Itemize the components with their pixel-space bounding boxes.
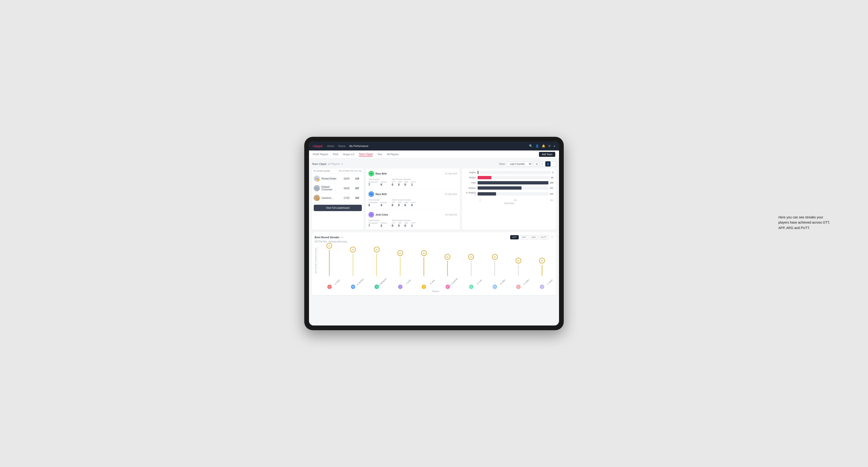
subnav-all-players[interactable]: All Players: [387, 153, 399, 156]
nav-home[interactable]: Home: [327, 145, 334, 148]
subnav-hcaps[interactable]: Hcaps 1-5: [343, 153, 354, 156]
rounds-label: Total Rounds: [368, 199, 387, 201]
streak-column: 3x R. Butler: [507, 243, 530, 276]
table-row[interactable]: RB 1 Richard Butler 19/20 110: [312, 174, 364, 184]
avatar-icon[interactable]: ●: [554, 144, 555, 148]
streak-column: 5x J. Coles: [389, 243, 412, 276]
rounds-group: Total Rounds Tournament 7 Practice 6: [368, 178, 387, 186]
streak-bubble: 3x: [516, 258, 521, 263]
list-item: DB: [365, 284, 388, 289]
putt-label: PUTT: [411, 222, 416, 224]
subnav-pgat[interactable]: PGAT Players: [313, 153, 328, 156]
players-label: Players: [432, 290, 439, 292]
arg-value: 0: [404, 224, 408, 227]
putt-label: PUTT: [411, 201, 416, 204]
player-name-label: C. Quick: [547, 279, 553, 285]
annotation: Here you can see streaks your players ha…: [778, 215, 830, 230]
card-date: 02 Sep 2023: [445, 173, 457, 175]
arg-value: 0: [404, 183, 408, 186]
nav-my-performance[interactable]: My Performance: [349, 145, 368, 148]
tab-putt[interactable]: PUTT: [539, 235, 549, 239]
tournament-value: 8: [368, 204, 378, 207]
app-value: 0: [398, 204, 402, 207]
avatar-small: RB: [516, 284, 521, 289]
person-view-button[interactable]: 👤: [545, 161, 551, 166]
player-card-header: RB Rees Britt 02 Sep 2023: [368, 171, 457, 177]
tournament-value: 7: [368, 224, 378, 227]
ott-value: 0: [392, 204, 395, 207]
sub-nav-right: Add Team: [539, 152, 555, 157]
subnav-tour[interactable]: Tour: [377, 153, 382, 156]
bar-chart-panel: Eagles 3 Birdies 96 Pars 499 Bogeys 311: [462, 168, 556, 230]
axis-200: 200: [514, 199, 517, 201]
player-name: Rees Britt: [375, 193, 444, 195]
edit-icon[interactable]: ✎: [341, 163, 343, 165]
ott-stat: OTT 0: [392, 201, 395, 207]
putt-value: 0: [411, 204, 416, 207]
activities-sub: OTT 0 APP 0 ARG 0: [392, 222, 416, 227]
app-value: 0: [398, 183, 402, 186]
list-item: EC: [436, 284, 459, 289]
table-row[interactable]: EC 2 Edward Crossman 18/20 107: [312, 184, 364, 193]
nav-teams[interactable]: Teams: [338, 145, 346, 148]
bar-value: 131: [550, 193, 553, 195]
arg-value: 0: [404, 204, 408, 207]
period-dropdown[interactable]: Last 3 months Last 6 months Last 12 mont…: [507, 161, 532, 166]
player-stats: Total Rounds Tournament 7 Practice 6: [368, 178, 457, 186]
avatar-small: EC: [445, 284, 450, 289]
avatar: RB: [368, 171, 374, 177]
streaks-arrow-right: →: [551, 235, 553, 239]
practice-value: 4: [381, 204, 387, 207]
user-icon[interactable]: 👤: [535, 144, 539, 148]
streak-bubble: 4x: [492, 254, 498, 260]
putt-stat: PUTT 1: [411, 181, 416, 186]
list-view-button[interactable]: ≡: [540, 161, 545, 166]
tab-ott[interactable]: OTT: [510, 235, 519, 239]
view-full-leaderboard-button[interactable]: View Full Leaderboard: [314, 205, 362, 211]
subtitle-main: Off The Tee: [315, 240, 327, 243]
subnav-team-clippd[interactable]: Team Clippd: [359, 153, 373, 156]
streak-bar: [518, 265, 519, 276]
bar-row: Birdies 96: [465, 176, 553, 179]
bell-icon[interactable]: 🔔: [542, 144, 545, 148]
bar-chart-area: Eagles 3 Birdies 96 Pars 499 Bogeys 311: [465, 171, 553, 205]
tab-app[interactable]: APP: [520, 235, 528, 239]
streak-bubble: 7x: [327, 243, 332, 249]
player-name-label: J. Coles: [405, 279, 412, 285]
bar-fill: [478, 186, 522, 190]
chart-body: 7x E. Ewert 6x B. McHerg 6x D. Billingha…: [318, 245, 553, 292]
tablet-screen: clippd Home Teams My Performance 🔍 👤 🔔 ⚙…: [309, 142, 559, 325]
tournament-label: Tournament: [368, 181, 378, 183]
streak-column: 6x B. McHerg: [342, 243, 364, 276]
add-team-button[interactable]: Add Team: [539, 152, 555, 157]
ott-value: 0: [392, 183, 395, 186]
pb-score: 17/20: [341, 197, 352, 199]
grid-view-button[interactable]: ⊞: [534, 161, 539, 166]
rounds-group: Total Rounds Tournament 8 Practice 4: [368, 199, 387, 207]
subnav-pga[interactable]: PGA: [333, 153, 338, 156]
streak-bubble: 4x: [445, 254, 450, 260]
settings-view-button[interactable]: ⋮: [551, 161, 556, 166]
col-pb-avg: PB AVG SQ: [350, 170, 362, 172]
search-icon[interactable]: 🔍: [529, 144, 533, 148]
avatar-small: RB: [422, 284, 426, 289]
tab-arg[interactable]: ARG: [529, 235, 538, 239]
bar-value: 96: [551, 177, 553, 179]
bar-value: 3: [552, 171, 553, 174]
rounds-sub: Tournament 8 Practice 4: [368, 201, 387, 207]
settings-icon[interactable]: ⚙: [548, 144, 551, 148]
player-name: Cameron...: [321, 197, 341, 199]
activities-sub: OTT 0 APP 0 ARG 0: [392, 181, 416, 186]
player-card-header: JC Josh Coles 26 Aug 2023: [368, 212, 457, 217]
player-card: RB Rees Britt 02 Sep 2023 Total Rounds T…: [366, 189, 460, 210]
app-logo: clippd: [313, 144, 322, 148]
subtitle-suffix: Fairway Accuracy: [329, 240, 347, 243]
bar-value: 311: [550, 187, 553, 189]
table-row[interactable]: C 3 Cameron... 17/20 103: [312, 193, 364, 203]
player-card: RB Rees Britt 02 Sep 2023 Total Rounds T…: [366, 168, 460, 189]
bar-row: Bogeys 311: [465, 186, 553, 190]
ott-label: OTT: [392, 222, 395, 224]
player-name-label: D. Ford: [477, 279, 483, 285]
col-player-name: PLAYER NAME: [314, 170, 338, 172]
app-label: APP: [398, 222, 402, 224]
